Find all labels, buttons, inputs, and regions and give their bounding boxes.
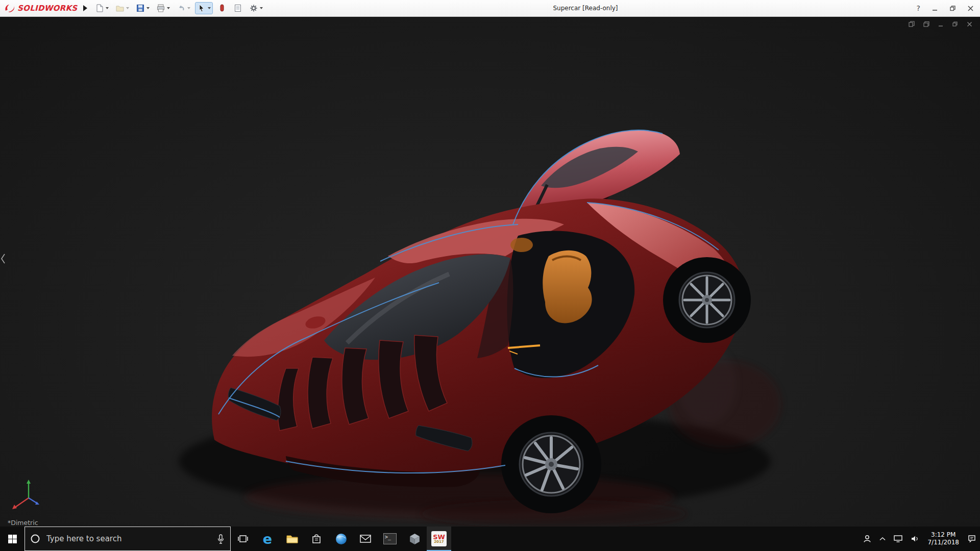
restore-child-button[interactable]	[952, 21, 959, 28]
dropdown-caret-icon	[260, 7, 263, 9]
search-input[interactable]	[45, 534, 211, 544]
taskbar-apps: e >_ SW 2017	[231, 527, 451, 551]
hidden-icons-button[interactable]	[875, 527, 890, 551]
restore-button[interactable]	[949, 5, 956, 12]
report-sheet-icon	[233, 4, 242, 13]
taskbar-search[interactable]	[24, 527, 231, 551]
window-title: Supercar [Read-only]	[264, 5, 906, 12]
minimize-button[interactable]	[932, 5, 938, 12]
taskbar-clock[interactable]: 3:12 PM 7/11/2018	[923, 531, 964, 546]
triad-z-axis-blue	[29, 498, 39, 505]
command-prompt-button[interactable]: >_	[378, 527, 402, 551]
task-view-icon	[237, 534, 249, 543]
microphone-icon[interactable]	[216, 534, 225, 544]
toolbar-flyout-arrow-icon[interactable]	[83, 5, 87, 11]
edge-button[interactable]: e	[255, 527, 280, 551]
design-report-button[interactable]	[232, 3, 244, 14]
orientation-triad[interactable]	[7, 477, 45, 516]
people-icon	[863, 534, 872, 543]
print-button[interactable]	[155, 3, 172, 14]
chevron-up-icon	[879, 536, 886, 541]
triad-x-axis-red	[12, 498, 29, 509]
view-orientation-label: *Dimetric	[8, 519, 38, 527]
task-view-button[interactable]	[231, 527, 255, 551]
appearance-button[interactable]	[216, 3, 228, 14]
store-button[interactable]	[304, 527, 329, 551]
rear-wheel	[663, 257, 751, 343]
cascade-windows-button[interactable]	[923, 20, 930, 28]
restore-icon	[949, 5, 956, 12]
child-window-controls	[908, 20, 973, 28]
ds-logo-icon	[4, 4, 15, 13]
titlebar: SOLIDWORKS	[0, 0, 980, 17]
quick-toolbar	[93, 3, 264, 14]
browser-globe-button[interactable]	[329, 527, 353, 551]
windows-taskbar: e >_ SW 2017	[0, 527, 980, 551]
help-button[interactable]: ?	[917, 4, 920, 12]
dropdown-caret-icon	[126, 7, 129, 9]
gear-icon	[249, 4, 258, 13]
dropdown-caret-icon	[187, 7, 190, 9]
clock-time: 3:12 PM	[927, 531, 959, 539]
undo-button[interactable]	[175, 3, 192, 14]
dropdown-caret-icon	[167, 7, 170, 9]
undo-arrow-icon	[177, 4, 186, 13]
save-button[interactable]	[134, 3, 151, 14]
clock-date: 7/11/2018	[927, 539, 959, 546]
open-folder-icon	[115, 4, 125, 13]
open-button[interactable]	[114, 3, 131, 14]
volume-button[interactable]	[906, 527, 923, 551]
appearance-icon	[217, 4, 227, 13]
file-explorer-button[interactable]	[280, 527, 304, 551]
new-window-button[interactable]	[908, 20, 915, 28]
close-child-button[interactable]	[966, 21, 973, 28]
start-button[interactable]	[0, 527, 24, 551]
options-button[interactable]	[248, 3, 264, 14]
cube-app-button[interactable]	[402, 527, 427, 551]
supercar-model	[0, 16, 980, 527]
brand-name: SOLIDWORKS	[17, 4, 77, 13]
select-cursor-icon	[197, 4, 206, 13]
solidworks-logo: SOLIDWORKS	[0, 4, 79, 13]
dropdown-caret-icon	[106, 7, 109, 9]
dropdown-caret-icon	[146, 7, 150, 9]
terminal-icon: >_	[383, 533, 397, 544]
store-bag-icon	[311, 534, 322, 544]
solidworks-app-button[interactable]: SW 2017	[427, 527, 451, 551]
system-tray: 3:12 PM 7/11/2018	[859, 527, 980, 551]
globe-icon	[335, 533, 348, 545]
cortana-icon	[30, 534, 40, 544]
printer-icon	[156, 4, 165, 13]
minimize-icon	[932, 5, 938, 12]
new-document-button[interactable]	[93, 3, 110, 14]
panel-collapse-arrow[interactable]	[0, 253, 6, 267]
save-floppy-icon	[136, 4, 145, 13]
minimize-child-button[interactable]	[938, 21, 944, 28]
triad-y-axis-green	[27, 480, 31, 498]
close-button[interactable]	[967, 5, 974, 12]
folder-icon	[286, 534, 299, 544]
action-center-icon	[967, 534, 976, 543]
solidworks-icon: SW 2017	[431, 531, 447, 546]
dropdown-caret-icon	[208, 7, 211, 9]
front-wheel	[501, 415, 601, 513]
select-tool-button[interactable]	[195, 3, 212, 14]
network-button[interactable]	[890, 527, 906, 551]
action-center-button[interactable]	[964, 527, 980, 551]
speaker-icon	[910, 535, 919, 543]
people-button[interactable]	[859, 527, 875, 551]
windows-logo-icon	[8, 535, 17, 543]
new-document-icon	[95, 4, 104, 13]
window-controls: ?	[906, 4, 980, 12]
graphics-area[interactable]: *Dimetric	[0, 16, 980, 527]
network-icon	[893, 535, 903, 543]
edge-icon: e	[263, 532, 272, 546]
mail-envelope-icon	[359, 534, 372, 543]
mail-button[interactable]	[353, 527, 378, 551]
close-icon	[967, 5, 974, 12]
cube-icon	[409, 533, 421, 545]
